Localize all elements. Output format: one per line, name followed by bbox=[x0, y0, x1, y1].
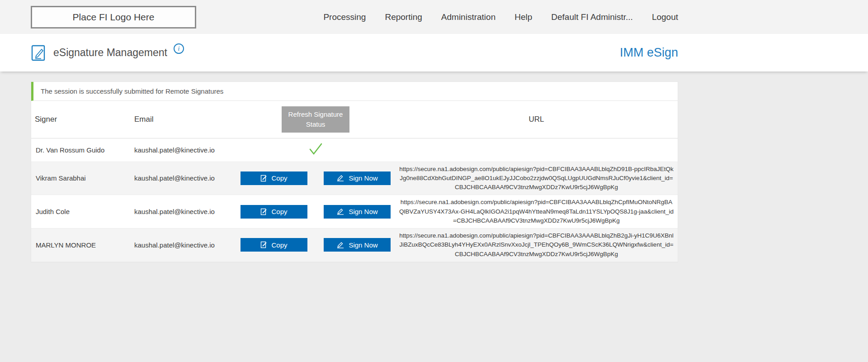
info-icon[interactable]: i bbox=[174, 43, 184, 54]
session-card: The session is successfully submitted fo… bbox=[31, 81, 678, 262]
pen-sign-icon bbox=[336, 208, 344, 215]
signer-name: Judith Cole bbox=[31, 195, 131, 229]
nav-reporting[interactable]: Reporting bbox=[385, 12, 422, 22]
table-row: Judith Cole kaushal.patel@kinective.io bbox=[31, 195, 678, 229]
sign-now-button-label: Sign Now bbox=[349, 241, 377, 249]
esignature-document-pen-icon bbox=[31, 44, 47, 62]
page: Place FI Logo Here Processing Reporting … bbox=[0, 0, 868, 262]
brand-imm-esign: IMM eSign bbox=[620, 46, 678, 60]
nav-help[interactable]: Help bbox=[514, 12, 532, 22]
pen-sign-icon bbox=[336, 175, 344, 181]
success-message-text: The session is successfully submitted fo… bbox=[41, 87, 223, 95]
copy-icon bbox=[260, 175, 267, 182]
nav-user-menu[interactable]: Default FI Administr... bbox=[551, 12, 633, 22]
sign-now-button[interactable]: Sign Now bbox=[324, 171, 391, 185]
signer-name: Dr. Van Rossum Guido bbox=[31, 138, 131, 162]
fi-logo-text: Place FI Logo Here bbox=[73, 12, 155, 23]
table-header: Signer Email Refresh Signature Status UR… bbox=[31, 101, 678, 138]
signer-email: kaushal.patel@kinective.io bbox=[131, 162, 236, 195]
sign-now-button[interactable]: Sign Now bbox=[324, 205, 391, 219]
column-header-email: Email bbox=[131, 101, 236, 138]
nav-processing[interactable]: Processing bbox=[323, 12, 366, 22]
fi-logo-placeholder: Place FI Logo Here bbox=[31, 6, 196, 29]
signer-url: https://secure.na1.adobesign.com/public/… bbox=[395, 229, 678, 262]
top-navigation-bar: Place FI Logo Here Processing Reporting … bbox=[0, 0, 868, 34]
sign-now-button-label: Sign Now bbox=[349, 174, 377, 182]
sign-now-button-label: Sign Now bbox=[349, 208, 377, 215]
sign-now-button[interactable]: Sign Now bbox=[324, 238, 391, 252]
table-row: Dr. Van Rossum Guido kaushal.patel@kinec… bbox=[31, 138, 678, 162]
signer-email: kaushal.patel@kinective.io bbox=[131, 229, 236, 262]
copy-icon bbox=[260, 241, 267, 248]
nav-logout[interactable]: Logout bbox=[652, 12, 678, 22]
subheader: eSignature Management i IMM eSign bbox=[0, 34, 868, 71]
copy-button-label: Copy bbox=[271, 241, 287, 249]
column-header-url: URL bbox=[395, 101, 678, 138]
copy-icon bbox=[260, 208, 267, 215]
signers-table: Signer Email Refresh Signature Status UR… bbox=[31, 101, 678, 262]
signer-url: https://secure.na1.adobesign.com/public/… bbox=[395, 195, 678, 229]
signer-url: https://secure.na1.adobesign.com/public/… bbox=[395, 162, 678, 195]
signer-email: kaushal.patel@kinective.io bbox=[131, 195, 236, 229]
signed-checkmark-icon bbox=[308, 143, 323, 157]
copy-button[interactable]: Copy bbox=[241, 205, 307, 219]
table-row: MARLYN MONROE kaushal.patel@kinective.io bbox=[31, 229, 678, 262]
signer-name: MARLYN MONROE bbox=[31, 229, 131, 262]
pen-sign-icon bbox=[336, 242, 344, 248]
main-content: The session is successfully submitted fo… bbox=[0, 71, 868, 262]
nav-administration[interactable]: Administration bbox=[441, 12, 495, 22]
copy-button[interactable]: Copy bbox=[241, 238, 307, 252]
copy-button-label: Copy bbox=[271, 208, 287, 215]
column-header-signer: Signer bbox=[31, 101, 131, 138]
copy-button[interactable]: Copy bbox=[241, 171, 307, 185]
signer-name: Vikram Sarabhai bbox=[31, 162, 131, 195]
copy-button-label: Copy bbox=[271, 174, 287, 182]
signer-email: kaushal.patel@kinective.io bbox=[131, 138, 236, 162]
signer-url bbox=[395, 138, 678, 162]
page-title: eSignature Management bbox=[53, 47, 167, 59]
refresh-signature-status-button[interactable]: Refresh Signature Status bbox=[282, 106, 349, 133]
success-message: The session is successfully submitted fo… bbox=[31, 82, 678, 101]
table-row: Vikram Sarabhai kaushal.patel@kinective.… bbox=[31, 162, 678, 195]
top-nav: Processing Reporting Administration Help… bbox=[323, 12, 678, 22]
